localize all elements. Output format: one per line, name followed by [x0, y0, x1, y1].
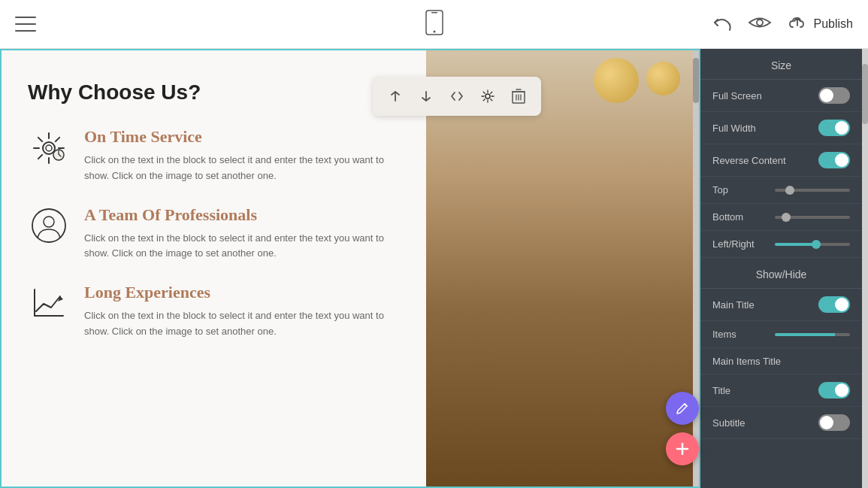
svg-point-1 [433, 31, 435, 33]
feature-content-team: A Team Of Professionals Click on the tex… [84, 205, 400, 262]
main-title-row: Main Title [700, 289, 862, 321]
svg-point-22 [485, 94, 490, 99]
feature-desc-experience: Click on the text in the block to select… [84, 308, 400, 340]
full-screen-label: Full Screen [712, 90, 762, 102]
lr-slider-thumb [812, 240, 821, 249]
feature-content-on-time: On Time Service Click on the text in the… [84, 127, 400, 184]
feature-item-team: A Team Of Professionals Click on the tex… [28, 205, 400, 262]
full-width-toggle[interactable] [818, 120, 850, 136]
publish-button[interactable]: Publish [787, 12, 853, 36]
full-width-label: Full Width [712, 123, 756, 134]
reverse-content-label: Reverse Content [712, 155, 786, 166]
full-screen-toggle[interactable] [818, 87, 850, 104]
decorative-sphere-1 [594, 58, 639, 103]
svg-line-27 [483, 92, 485, 93]
main-title-toggle[interactable] [818, 296, 850, 313]
full-width-row: Full Width [700, 112, 862, 144]
title-row: Title [700, 374, 862, 407]
fab-edit-button[interactable] [666, 392, 699, 425]
canvas-scrollbar-thumb [693, 58, 699, 103]
items-title-label: Main Items Title [712, 356, 781, 367]
svg-line-11 [55, 137, 59, 141]
header: Publish [0, 0, 868, 49]
svg-point-3 [757, 20, 763, 26]
fab-add-button[interactable] [666, 432, 699, 465]
items-slider[interactable] [775, 333, 850, 336]
upload-cloud-icon [787, 12, 808, 36]
right-scrollbar[interactable] [862, 49, 868, 488]
header-left [15, 17, 36, 32]
feature-desc-team: Click on the text in the block to select… [84, 231, 400, 262]
canvas: Why Choose Us? [0, 49, 700, 488]
top-slider[interactable] [775, 189, 850, 192]
image-section [426, 50, 699, 486]
subtitle-row: Subtitle [700, 407, 862, 439]
right-scrollbar-thumb [862, 64, 868, 124]
svg-line-12 [38, 154, 41, 158]
svg-line-29 [491, 92, 492, 93]
image-placeholder [426, 50, 699, 486]
bottom-label: Bottom [712, 211, 743, 223]
settings-panel: Size Full Screen Full Width Reverse Cont… [700, 49, 862, 488]
chart-icon [28, 283, 69, 324]
subtitle-label: Subtitle [712, 417, 745, 429]
header-right: Publish [712, 12, 853, 36]
size-section-label: Size [700, 49, 862, 80]
bottom-slider[interactable] [775, 216, 850, 219]
bottom-slider-thumb [782, 213, 791, 222]
hamburger-menu-icon[interactable] [15, 17, 36, 32]
move-up-button[interactable] [382, 83, 409, 110]
lr-slider[interactable] [775, 243, 850, 246]
svg-point-4 [43, 142, 55, 154]
feature-content-experience: Long Experiences Click on the text in th… [84, 283, 400, 340]
decorative-sphere-2 [646, 62, 680, 95]
phone-preview-icon[interactable] [424, 10, 445, 38]
top-row: Top [700, 177, 862, 204]
content-section: Why Choose Us? [2, 50, 426, 486]
items-title-section: Main Items Title [700, 348, 862, 374]
undo-icon[interactable] [712, 12, 733, 36]
floating-toolbar [373, 77, 541, 116]
publish-label: Publish [814, 17, 853, 31]
feature-title-team: A Team Of Professionals [84, 205, 400, 225]
svg-line-28 [491, 99, 492, 101]
title-toggle[interactable] [818, 382, 850, 399]
header-center [424, 10, 445, 38]
left-right-label: Left/Right [712, 238, 755, 250]
reverse-content-toggle[interactable] [818, 152, 850, 168]
feature-desc-on-time: Click on the text in the block to select… [84, 153, 400, 184]
reverse-content-row: Reverse Content [700, 144, 862, 177]
fab-container [666, 392, 699, 465]
bottom-row: Bottom [700, 204, 862, 231]
svg-point-13 [46, 145, 52, 151]
svg-rect-20 [34, 289, 35, 317]
title-label: Title [712, 385, 730, 396]
svg-rect-19 [34, 315, 64, 317]
settings-button[interactable] [474, 83, 501, 110]
person-icon [28, 205, 69, 247]
feature-title-experience: Long Experiences [84, 283, 400, 302]
section-title: Why Choose Us? [28, 80, 400, 105]
move-down-button[interactable] [413, 83, 440, 110]
items-row: Items [700, 321, 862, 348]
svg-rect-2 [431, 12, 437, 14]
items-label: Items [712, 329, 736, 340]
subtitle-toggle[interactable] [818, 414, 850, 431]
top-label: Top [712, 184, 728, 196]
svg-point-18 [44, 217, 54, 227]
feature-item-on-time: On Time Service Click on the text in the… [28, 127, 400, 184]
preview-eye-icon[interactable] [748, 14, 772, 34]
left-right-row: Left/Right [700, 231, 862, 258]
show-hide-section-label: Show/Hide [700, 258, 862, 289]
delete-button[interactable] [505, 83, 532, 110]
svg-line-30 [483, 99, 485, 101]
feature-title-on-time: On Time Service [84, 127, 400, 147]
svg-line-9 [38, 137, 41, 141]
main-title-label: Main Title [712, 299, 755, 311]
main-area: Why Choose Us? [0, 49, 868, 488]
full-screen-row: Full Screen [700, 80, 862, 112]
code-button[interactable] [443, 83, 470, 110]
top-slider-thumb [785, 186, 794, 195]
feature-item-experience: Long Experiences Click on the text in th… [28, 283, 400, 340]
gear-icon [28, 127, 69, 168]
